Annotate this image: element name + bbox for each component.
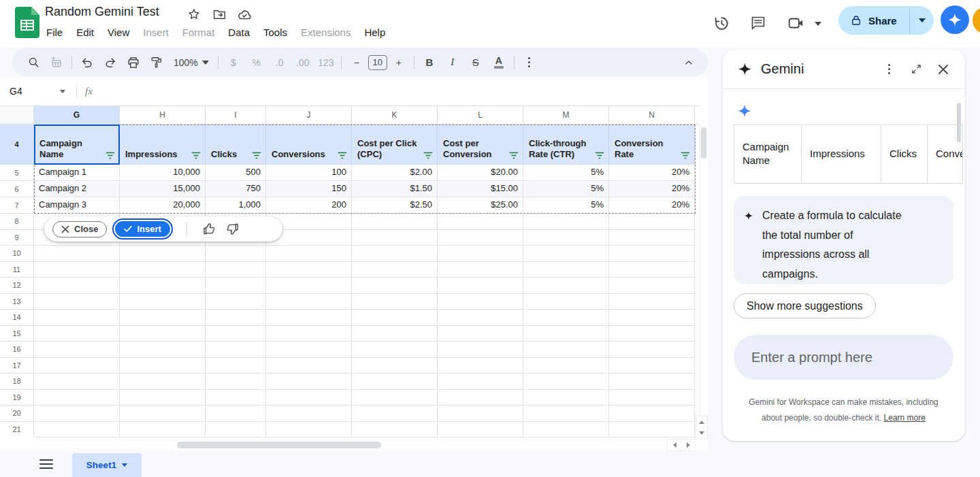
share-button[interactable]: Share [838,6,934,35]
menu-file[interactable]: File [39,24,69,42]
hide-toolbar-button[interactable] [679,53,698,72]
cell[interactable]: $2.00 [352,165,438,181]
meet-video-button[interactable] [784,11,808,35]
filter-icon[interactable] [191,152,201,159]
row-header[interactable]: 11 [0,262,33,278]
name-box-caret-icon[interactable] [60,90,65,93]
column-header-k[interactable]: K [352,106,438,125]
cell[interactable]: Campaign Name [34,125,120,165]
bold-button[interactable]: B [418,52,441,73]
row-header[interactable]: 9 [0,230,33,246]
cell[interactable]: Conversion Rate [609,125,695,165]
column-header-l[interactable]: L [438,106,523,125]
row-header[interactable]: 19 [0,390,33,406]
format-percent-button[interactable]: % [245,52,268,73]
row-header[interactable]: 14 [0,310,33,326]
insert-table-button[interactable] [45,52,68,73]
search-menus-button[interactable] [22,52,45,73]
menu-format[interactable]: Format [176,24,222,42]
undo-button[interactable] [76,52,99,73]
horizontal-scrollbar-thumb[interactable] [177,442,381,448]
menu-insert[interactable]: Insert [136,24,176,42]
menu-data[interactable]: Data [221,24,257,42]
show-more-suggestions-button[interactable]: Show more suggestions [734,293,876,318]
row-header[interactable]: 7 [0,197,33,214]
star-icon[interactable] [186,7,201,22]
row-header[interactable]: 20 [0,406,33,422]
insert-button[interactable]: Insert [115,221,169,237]
cell[interactable]: 20% [609,197,695,214]
column-header-h[interactable]: H [120,106,206,125]
row-header[interactable]: 6 [0,181,33,197]
increase-font-size-button[interactable]: + [387,52,410,73]
scroll-right-icon[interactable] [687,442,690,448]
gemini-suggestion-card[interactable]: Create a formula to calculate the total … [734,196,953,284]
filter-icon[interactable] [423,152,433,159]
paint-format-button[interactable] [145,52,168,73]
thumbs-up-button[interactable] [198,219,221,240]
document-title[interactable]: Random Gemini Test [45,5,159,19]
cell[interactable]: 5% [523,181,609,197]
cell[interactable]: 150 [266,181,352,197]
select-all-corner[interactable] [0,106,34,125]
name-box[interactable]: G4 [0,86,59,97]
cell[interactable]: 20% [609,181,695,197]
cell[interactable]: Clicks [206,125,266,165]
filter-icon[interactable] [105,152,115,159]
column-header-n[interactable]: N [609,106,695,125]
cell[interactable]: Campaign 1 [34,165,120,181]
filter-icon[interactable] [338,152,347,159]
italic-button[interactable]: I [441,52,464,73]
menu-extensions[interactable]: Extensions [294,24,357,42]
row-header[interactable]: 12 [0,278,33,294]
cell[interactable]: Conversions [266,125,352,165]
empty-grid-area[interactable] [34,214,696,439]
format-currency-button[interactable]: $ [222,52,245,73]
cell[interactable]: Cost per Conversion [438,125,523,165]
cell[interactable]: 15,000 [120,181,206,197]
row-header[interactable]: 15 [0,326,33,342]
more-toolbar-button[interactable] [518,52,541,73]
comments-button[interactable] [746,11,770,35]
column-header-g[interactable]: G [34,106,120,125]
row-header[interactable]: 5 [0,165,33,181]
cell[interactable]: 1,000 [206,197,266,214]
cell[interactable]: 5% [523,165,609,181]
row-header[interactable]: 18 [0,374,33,390]
row-header[interactable]: 8 [0,214,33,230]
row-header[interactable]: 21 [0,422,33,438]
menu-tools[interactable]: Tools [257,24,294,42]
version-history-button[interactable] [709,11,734,35]
scroll-down-icon[interactable] [699,431,704,435]
redo-button[interactable] [99,52,122,73]
thumbs-down-button[interactable] [221,219,244,240]
cell[interactable]: Impressions [120,125,206,165]
more-formats-button[interactable]: 123 [314,52,338,73]
cell[interactable]: $2.50 [352,197,438,214]
cell[interactable]: $1.50 [352,181,438,197]
scroll-up-icon[interactable] [699,421,704,424]
sheet-menu-caret-icon[interactable] [122,463,127,467]
gemini-launcher-button[interactable] [941,5,969,34]
all-sheets-button[interactable] [39,459,53,469]
text-color-button[interactable]: A [487,52,510,73]
decrease-decimal-button[interactable]: .0 [268,52,291,73]
cell[interactable]: Cost per Click (CPC) [352,125,438,165]
scroll-left-icon[interactable] [673,442,676,448]
cell[interactable]: 20,000 [120,197,206,214]
horizontal-scroll-arrows[interactable] [667,439,696,451]
move-folder-icon[interactable] [212,7,227,22]
cell[interactable]: Campaign 3 [34,197,120,214]
cell[interactable]: $25.00 [438,197,523,214]
panel-expand-button[interactable] [906,60,926,79]
column-header-i[interactable]: I [206,106,266,125]
vertical-scrollbar[interactable] [700,125,708,416]
filter-icon[interactable] [252,152,261,159]
cell[interactable]: 20% [609,165,695,181]
filter-icon[interactable] [509,152,519,159]
cell[interactable]: 10,000 [120,165,206,181]
row-header[interactable]: 13 [0,294,33,310]
cell[interactable]: 100 [266,165,352,181]
sheets-logo[interactable] [15,7,39,38]
column-header-j[interactable]: J [266,106,352,125]
